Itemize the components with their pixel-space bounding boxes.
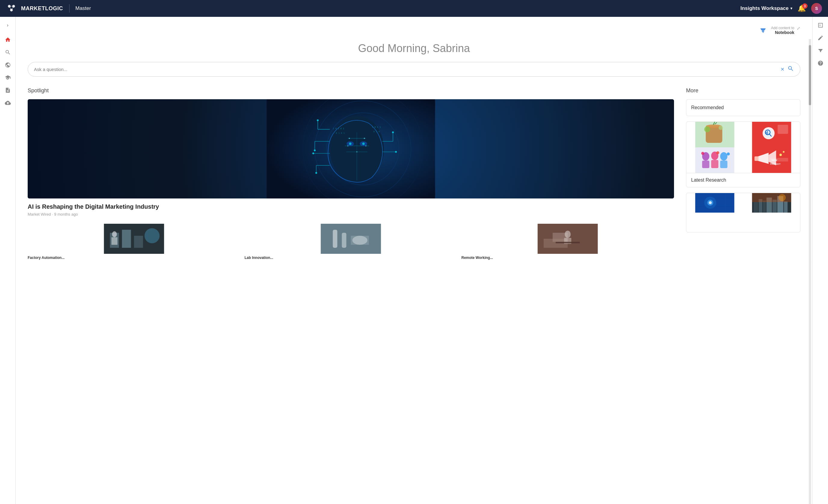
svg-rect-79	[767, 131, 768, 134]
right-panel-edit-icon[interactable]	[815, 33, 826, 43]
scroll-indicator	[809, 39, 811, 504]
more-column: More Recommended	[686, 87, 800, 260]
right-panel-help-icon[interactable]	[815, 58, 826, 69]
sidebar-item-learning[interactable]	[2, 72, 13, 83]
sidebar-toggle[interactable]: ›	[2, 20, 13, 31]
thumbnail-item-1[interactable]: Factory Automation...	[28, 224, 240, 260]
filter-button[interactable]	[760, 27, 767, 34]
expand-icon: ⤢	[797, 26, 800, 31]
sidebar-item-search[interactable]	[2, 47, 13, 58]
thumbnail-item-3[interactable]: Remote Working...	[461, 224, 674, 260]
svg-point-86	[720, 152, 728, 161]
sidebar-item-documents[interactable]	[2, 85, 13, 96]
svg-point-30	[364, 138, 365, 139]
scroll-thumb[interactable]	[809, 45, 811, 105]
sidebar: ›	[0, 17, 16, 504]
svg-rect-78	[766, 132, 767, 134]
search-bar: ✕	[28, 62, 800, 77]
search-submit-icon[interactable]	[787, 65, 794, 73]
master-label: Master	[76, 5, 91, 11]
svg-text:NEW: NEW	[772, 159, 778, 162]
logo-divider	[69, 4, 70, 13]
card-img-city	[743, 193, 800, 213]
thumbnail-title-2: Lab Innovation...	[245, 256, 457, 260]
more-title: More	[686, 87, 800, 94]
right-panel-table-icon[interactable]	[815, 20, 826, 31]
svg-point-21	[317, 119, 319, 121]
search-input[interactable]	[34, 67, 781, 72]
svg-point-88	[701, 152, 704, 155]
spotlight-image[interactable]: 1 0 1 0 1 0 1 0 1 1 0 1 1 0 1 0	[28, 99, 674, 199]
svg-rect-53	[112, 237, 118, 245]
right-panel-filter-icon[interactable]	[815, 45, 826, 56]
svg-point-24	[316, 172, 317, 174]
svg-point-51	[145, 228, 160, 243]
sub-header: Add content to Notebook ⤢	[28, 26, 800, 37]
svg-rect-56	[333, 230, 337, 248]
notification-badge: 3	[802, 3, 808, 9]
svg-point-103	[709, 201, 712, 204]
thumbnail-title-1: Factory Automation...	[28, 256, 240, 260]
latest-research-label: Latest Research	[686, 173, 800, 187]
svg-text:0 1 0: 0 1 0	[374, 130, 380, 133]
notebook-button[interactable]: Add content to Notebook ⤢	[771, 26, 800, 35]
third-card[interactable]	[686, 193, 800, 233]
app-body: ›	[0, 17, 828, 504]
latest-research-card[interactable]: NEW PRODUCT Latest Research	[686, 122, 800, 187]
svg-point-59	[353, 236, 368, 245]
svg-point-46	[395, 151, 397, 153]
svg-rect-93	[755, 156, 759, 161]
sidebar-item-upload[interactable]	[2, 97, 13, 108]
ai-illustration: 1 0 1 0 1 0 1 0 1 1 0 1 1 0 1 0	[28, 99, 674, 199]
svg-point-22	[314, 150, 316, 151]
sidebar-item-home[interactable]	[2, 34, 13, 45]
card-img-research	[743, 122, 800, 148]
latest-research-images: NEW PRODUCT	[686, 122, 800, 173]
svg-text:1 0 1 0 1: 1 0 1 0 1	[333, 127, 344, 130]
svg-rect-57	[342, 233, 346, 248]
svg-rect-50	[134, 236, 143, 248]
svg-point-69	[704, 126, 710, 132]
svg-rect-110	[754, 202, 758, 213]
topnav-left: MARKETLOGIC Master	[6, 3, 91, 14]
thumbnail-image-3	[461, 224, 674, 254]
svg-rect-116	[784, 202, 788, 213]
topnav-right: Insights Workspace ▾ 🔔 3 S	[741, 3, 822, 14]
spotlight-title: Spotlight	[28, 87, 674, 94]
svg-text:1 0 1 1: 1 0 1 1	[372, 126, 381, 128]
search-clear-icon[interactable]: ✕	[781, 67, 784, 72]
svg-rect-49	[122, 230, 131, 248]
thumbnail-item-2[interactable]: Lab Innovation...	[245, 224, 457, 260]
svg-text:PRODUCT: PRODUCT	[770, 163, 781, 165]
two-cols-layout: Spotlight	[28, 87, 800, 260]
svg-point-2	[10, 9, 13, 11]
right-panel: ‹	[812, 17, 828, 504]
notebook-btn-text: Add content to Notebook	[771, 26, 794, 35]
thumbnail-image-1	[28, 224, 240, 254]
thumbnail-row: Factory Automation...	[28, 224, 674, 260]
notebook-label: Notebook	[775, 30, 794, 35]
svg-rect-65	[556, 242, 580, 243]
avatar-initials: S	[815, 6, 818, 11]
thumbnail-title-3: Remote Working...	[461, 256, 674, 260]
svg-rect-85	[711, 160, 718, 168]
chevron-down-icon: ▾	[790, 6, 792, 10]
workspace-label: Insights Workspace	[741, 5, 789, 11]
recommended-card[interactable]: Recommended	[686, 99, 800, 116]
add-content-label: Add content to	[771, 26, 794, 30]
svg-point-33	[357, 151, 358, 153]
spotlight-article-title[interactable]: AI is Reshaping the Digital Marketing In…	[28, 203, 674, 210]
svg-point-96	[783, 151, 785, 153]
card-img-drink	[686, 122, 743, 148]
svg-point-89	[716, 151, 719, 154]
logo-text: MARKETLOGIC	[21, 5, 63, 12]
sidebar-item-globe[interactable]	[2, 59, 13, 70]
svg-point-70	[719, 126, 723, 130]
notifications-button[interactable]: 🔔 3	[798, 4, 806, 12]
card-img-tech	[686, 193, 743, 213]
svg-rect-87	[720, 161, 728, 168]
third-card-images	[686, 193, 800, 232]
svg-point-95	[780, 154, 782, 156]
avatar[interactable]: S	[811, 3, 822, 14]
workspace-button[interactable]: Insights Workspace ▾	[741, 5, 792, 11]
